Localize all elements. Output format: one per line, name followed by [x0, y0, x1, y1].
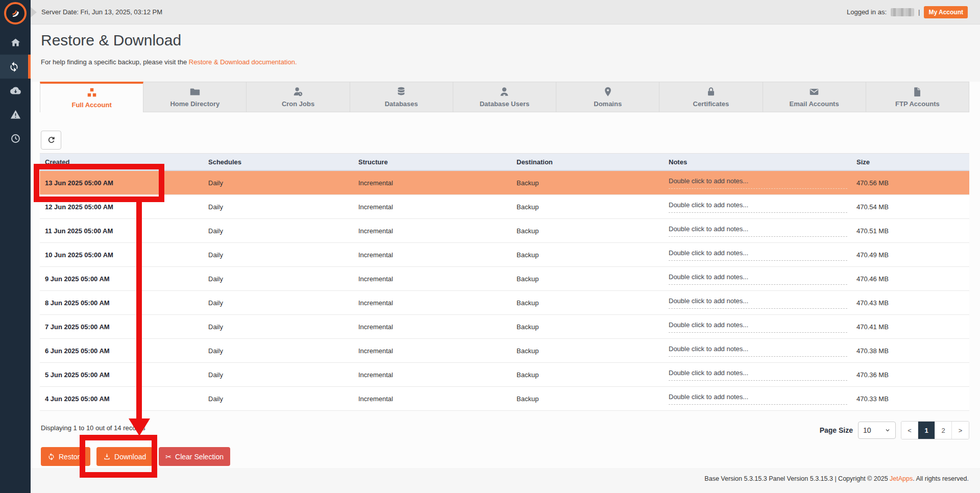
notes-placeholder[interactable]: Double click to add notes...	[669, 273, 847, 285]
table-row[interactable]: 13 Jun 2025 05:00 AM Daily Incremental B…	[40, 171, 969, 195]
refresh-button[interactable]	[41, 131, 61, 150]
map-pin-icon	[602, 86, 614, 97]
cell-schedules: Daily	[203, 347, 353, 355]
table-row[interactable]: 4 Jun 2025 05:00 AM Daily Incremental Ba…	[40, 387, 969, 411]
page-size-select[interactable]: 10	[858, 422, 896, 439]
tab-label: Email Accounts	[790, 100, 839, 108]
notes-placeholder[interactable]: Double click to add notes...	[669, 345, 847, 357]
table-row[interactable]: 12 Jun 2025 05:00 AM Daily Incremental B…	[40, 195, 969, 219]
notes-placeholder[interactable]: Double click to add notes...	[669, 249, 847, 261]
table-row[interactable]: 10 Jun 2025 05:00 AM Daily Incremental B…	[40, 243, 969, 267]
topbar-right: Logged in as: | My Account	[847, 6, 980, 18]
table-row[interactable]: 6 Jun 2025 05:00 AM Daily Incremental Ba…	[40, 339, 969, 363]
envelope-icon	[808, 86, 820, 97]
column-header-structure[interactable]: Structure	[353, 158, 511, 166]
cell-created: 7 Jun 2025 05:00 AM	[40, 323, 203, 331]
page-size-value: 10	[863, 426, 871, 434]
tab-cron-jobs[interactable]: Cron Jobs	[247, 82, 350, 112]
cell-structure: Incremental	[353, 179, 511, 187]
table-row[interactable]: 11 Jun 2025 05:00 AM Daily Incremental B…	[40, 219, 969, 243]
tab-home-directory[interactable]: Home Directory	[143, 82, 247, 112]
pager-page-1[interactable]: 1	[918, 422, 935, 439]
column-header-created[interactable]: Created	[40, 158, 203, 166]
table-row[interactable]: 5 Jun 2025 05:00 AM Daily Incremental Ba…	[40, 363, 969, 387]
restore-sync-icon	[47, 453, 55, 460]
cell-created: 6 Jun 2025 05:00 AM	[40, 347, 203, 355]
notes-placeholder[interactable]: Double click to add notes...	[669, 177, 847, 189]
notes-placeholder[interactable]: Double click to add notes...	[669, 297, 847, 309]
column-header-notes[interactable]: Notes	[664, 158, 851, 166]
notes-placeholder[interactable]: Double click to add notes...	[669, 201, 847, 213]
lock-icon	[705, 86, 717, 97]
column-header-schedules[interactable]: Schedules	[203, 158, 353, 166]
cell-structure: Incremental	[353, 227, 511, 235]
sidebar-item-home[interactable]	[0, 31, 31, 55]
pager-prev[interactable]: <	[901, 422, 918, 439]
table-body: 13 Jun 2025 05:00 AM Daily Incremental B…	[40, 171, 969, 411]
database-user-icon	[499, 86, 510, 97]
separator: |	[918, 8, 920, 16]
notes-placeholder[interactable]: Double click to add notes...	[669, 369, 847, 381]
sidebar-item-downloads[interactable]	[0, 79, 31, 103]
notes-placeholder[interactable]: Double click to add notes...	[669, 393, 847, 405]
jetapps-link[interactable]: JetApps	[890, 475, 913, 482]
documentation-link[interactable]: Restore & Download documentation.	[189, 58, 297, 66]
restore-button[interactable]: Restore	[41, 447, 90, 466]
cell-notes: Double click to add notes...	[664, 273, 851, 285]
cell-created: 9 Jun 2025 05:00 AM	[40, 275, 203, 283]
page-size-label: Page Size	[820, 426, 853, 434]
user-clock-icon	[292, 86, 304, 97]
cell-created: 4 Jun 2025 05:00 AM	[40, 395, 203, 403]
warning-icon	[10, 109, 21, 120]
pager-page-2[interactable]: 2	[935, 422, 952, 439]
cell-size: 470.46 MB	[851, 275, 969, 283]
backups-table: Created Schedules Structure Destination …	[40, 153, 969, 411]
restore-label: Restore	[59, 453, 84, 461]
cell-structure: Incremental	[353, 299, 511, 307]
column-header-destination[interactable]: Destination	[511, 158, 664, 166]
cell-notes: Double click to add notes...	[664, 321, 851, 333]
tab-full-account[interactable]: Full Account	[40, 82, 143, 112]
copyright: Base Version 5.3.15.3 Panel Version 5.3.…	[704, 475, 969, 482]
tab-certificates[interactable]: Certificates	[659, 82, 763, 112]
table-row[interactable]: 8 Jun 2025 05:00 AM Daily Incremental Ba…	[40, 291, 969, 315]
cubes-icon	[86, 87, 97, 98]
table-row[interactable]: 9 Jun 2025 05:00 AM Daily Incremental Ba…	[40, 267, 969, 291]
cell-schedules: Daily	[203, 395, 353, 403]
sidebar-nav	[0, 31, 31, 151]
tab-ftp-accounts[interactable]: FTP Accounts	[866, 82, 969, 112]
sidebar-item-queue[interactable]	[0, 127, 31, 151]
sidebar-item-restore-download[interactable]	[0, 55, 31, 79]
sidebar	[0, 0, 31, 493]
download-button[interactable]: Download	[96, 447, 153, 466]
clear-selection-button[interactable]: ✂ Clear Selection	[159, 447, 230, 466]
cell-size: 470.49 MB	[851, 251, 969, 259]
tab-email-accounts[interactable]: Email Accounts	[763, 82, 866, 112]
cell-schedules: Daily	[203, 227, 353, 235]
cell-created: 8 Jun 2025 05:00 AM	[40, 299, 203, 307]
tab-label: Home Directory	[170, 100, 219, 108]
tab-database-users[interactable]: Database Users	[453, 82, 556, 112]
my-account-button[interactable]: My Account	[924, 6, 968, 18]
tab-domains[interactable]: Domains	[556, 82, 659, 112]
logo-mark-icon	[9, 7, 21, 19]
column-header-size[interactable]: Size	[851, 158, 969, 166]
notes-placeholder[interactable]: Double click to add notes...	[669, 225, 847, 237]
notes-placeholder[interactable]: Double click to add notes...	[669, 321, 847, 333]
table-row[interactable]: 7 Jun 2025 05:00 AM Daily Incremental Ba…	[40, 315, 969, 339]
clear-selection-label: Clear Selection	[175, 453, 224, 461]
sidebar-item-alerts[interactable]	[0, 103, 31, 127]
file-icon	[912, 86, 923, 97]
cell-structure: Incremental	[353, 323, 511, 331]
cell-notes: Double click to add notes...	[664, 297, 851, 309]
jetbackup-logo[interactable]	[4, 2, 27, 24]
cell-schedules: Daily	[203, 251, 353, 259]
database-icon	[396, 86, 407, 97]
tab-databases[interactable]: Databases	[350, 82, 453, 112]
home-icon	[10, 37, 21, 48]
pager-next[interactable]: >	[952, 422, 969, 439]
cell-notes: Double click to add notes...	[664, 345, 851, 357]
cell-destination: Backup	[511, 395, 664, 403]
username-redacted	[891, 8, 914, 16]
tab-bar: Full Account Home Directory Cron Jobs Da…	[40, 82, 969, 112]
